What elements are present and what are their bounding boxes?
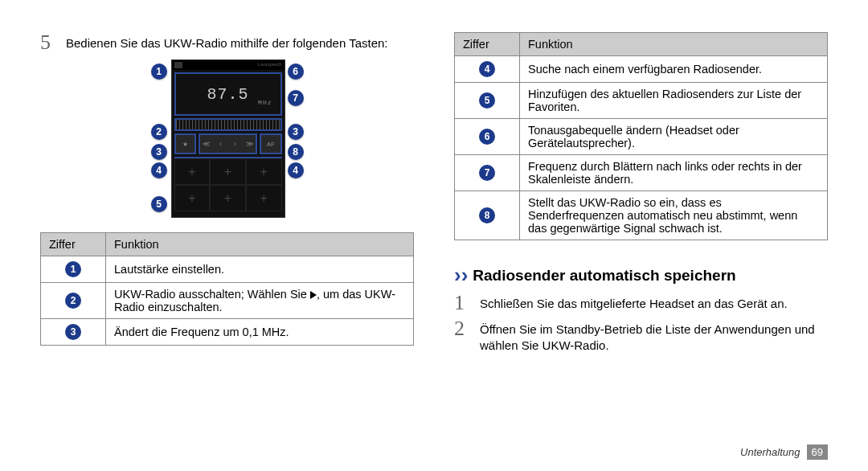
header-ziffer: Ziffer: [455, 33, 520, 56]
row-number-cell: 3: [41, 319, 106, 346]
callout-badge-6: 6: [288, 63, 304, 80]
radio-illustration: Lautsprech 87.5 MHz ★ ≪ ‹ › ≫ AF: [131, 59, 324, 216]
step-text: Öffnen Sie im Standby-Betrieb die Liste …: [480, 322, 828, 354]
speaker-label: Lautsprech: [258, 62, 282, 67]
row-number-badge: 2: [65, 293, 81, 309]
row-number-badge: 3: [65, 324, 81, 340]
preset-slot: +: [174, 185, 211, 211]
table-row: 3 Ändert die Frequenz um 0,1 MHz.: [41, 319, 414, 346]
step-text: Bedienen Sie das UKW-Radio mithilfe der …: [66, 35, 388, 51]
row-number-badge: 5: [479, 92, 495, 109]
af-button: AF: [260, 133, 281, 154]
seek-right-icon: ›: [229, 140, 242, 148]
row-number-cell: 5: [455, 83, 520, 119]
row-number-cell: 4: [455, 56, 520, 83]
row-text-prefix: UKW-Radio ausschalten; Wählen Sie: [114, 288, 310, 301]
callout-badge-5: 5: [151, 196, 167, 212]
frequency-scale: [174, 118, 282, 131]
row-text-cell: Hinzufügen des aktuellen Radiosenders zu…: [520, 83, 828, 119]
callout-badge-7: 7: [288, 90, 304, 106]
step-1-row: 1 Schließen Sie das mitgelieferte Headse…: [454, 293, 828, 313]
header-funktion: Funktion: [520, 33, 828, 56]
header-funktion: Funktion: [106, 233, 414, 256]
table-row: 7 Frequenz durch Blättern nach links ode…: [455, 155, 828, 191]
radio-controls-row: ★ ≪ ‹ › ≫ AF: [174, 133, 282, 154]
row-number-cell: 7: [455, 155, 520, 191]
play-icon: [310, 291, 317, 299]
function-table-left: Ziffer Funktion 1 Lautstärke einstellen.…: [40, 232, 414, 346]
fav-button: ★: [174, 133, 196, 154]
preset-slot: +: [174, 158, 211, 185]
page-footer: Unterhaltung 69: [740, 444, 828, 460]
callout-badge-3-right: 3: [288, 124, 304, 140]
preset-slot: +: [246, 185, 282, 211]
step-text: Schließen Sie das mitgelieferte Headset …: [480, 296, 788, 312]
row-number-badge: 1: [65, 261, 81, 277]
row-number-badge: 8: [479, 207, 495, 223]
subheading: ›› Radiosender automatisch speichern: [454, 263, 828, 288]
table-header-row: Ziffer Funktion: [455, 33, 828, 56]
frequency-value: 87.5: [207, 85, 248, 104]
header-ziffer: Ziffer: [41, 233, 106, 256]
table-row: 2 UKW-Radio ausschalten; Wählen Sie , um…: [41, 283, 414, 319]
row-text-cell: Suche nach einem verfügbaren Radiosender…: [520, 56, 828, 83]
callout-badge-2: 2: [151, 124, 167, 140]
callout-badge-8: 8: [288, 144, 304, 160]
radio-screen: Lautsprech 87.5 MHz ★ ≪ ‹ › ≫ AF: [171, 59, 285, 218]
radio-topbar: Lautsprech: [172, 60, 285, 70]
row-number-badge: 7: [479, 165, 495, 181]
row-text-cell: Frequenz durch Blättern nach links oder …: [520, 155, 828, 191]
footer-page-number: 69: [807, 444, 828, 460]
mhz-label: MHz: [258, 99, 272, 106]
callout-badge-4-left: 4: [151, 162, 167, 178]
row-number-cell: 1: [41, 256, 106, 283]
footer-section: Unterhaltung: [740, 446, 800, 458]
seek-far-right-icon: ≫: [243, 140, 256, 148]
seek-control-group: ≪ ‹ › ≫: [199, 133, 258, 154]
table-row: 8 Stellt das UKW-Radio so ein, dass es S…: [455, 191, 828, 240]
preset-slot: +: [246, 158, 282, 185]
row-number-cell: 6: [455, 119, 520, 155]
row-number-cell: 8: [455, 191, 520, 240]
row-text-cell: Lautstärke einstellen.: [106, 256, 414, 283]
table-header-row: Ziffer Funktion: [41, 233, 414, 256]
subheading-text: Radiosender automatisch speichern: [473, 267, 735, 285]
seek-far-left-icon: ≪: [200, 140, 213, 148]
row-number-badge: 4: [479, 61, 495, 77]
table-row: 4 Suche nach einem verfügbaren Radiosend…: [455, 56, 828, 83]
frequency-display: 87.5 MHz: [174, 72, 282, 116]
function-table-right: Ziffer Funktion 4 Suche nach einem verfü…: [454, 32, 828, 240]
preset-grid: + + + + + +: [174, 157, 282, 211]
step-number: 5: [40, 32, 58, 53]
step-2-row: 2 Öffnen Sie im Standby-Betrieb die List…: [454, 318, 828, 354]
chevron-right-icon: ››: [454, 263, 468, 288]
callout-badge-4-right: 4: [288, 162, 304, 178]
row-number-cell: 2: [41, 283, 106, 319]
seek-left-icon: ‹: [215, 140, 227, 148]
preset-slot: +: [210, 185, 246, 211]
table-row: 6 Tonausgabequelle ändern (Headset oder …: [455, 119, 828, 155]
step-5-row: 5 Bedienen Sie das UKW-Radio mithilfe de…: [40, 32, 414, 53]
row-text-cell: Stellt das UKW-Radio so ein, dass es Sen…: [520, 191, 828, 240]
callout-badge-1: 1: [151, 63, 167, 80]
row-text-cell: Ändert die Frequenz um 0,1 MHz.: [106, 319, 414, 346]
table-row: 1 Lautstärke einstellen.: [41, 256, 414, 283]
row-text-cell: UKW-Radio ausschalten; Wählen Sie , um d…: [106, 283, 414, 319]
table-row: 5 Hinzufügen des aktuellen Radiosenders …: [455, 83, 828, 119]
step-number: 2: [454, 318, 472, 339]
callout-badge-3-left: 3: [151, 144, 167, 160]
step-number: 1: [454, 293, 472, 313]
volume-indicator-icon: [174, 62, 182, 68]
row-text-cell: Tonausgabequelle ändern (Headset oder Ge…: [520, 119, 828, 155]
row-number-badge: 6: [479, 129, 495, 145]
preset-slot: +: [210, 158, 246, 185]
